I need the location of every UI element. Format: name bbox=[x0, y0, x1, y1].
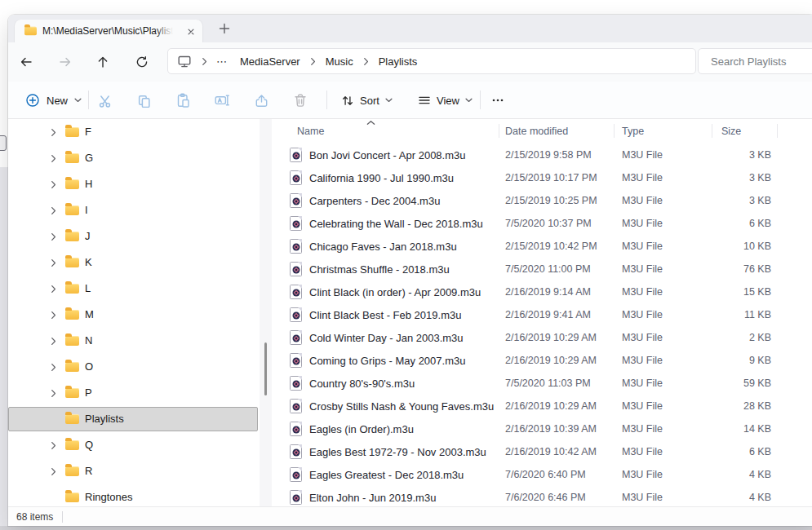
file-row[interactable]: Christmas Shuffle - 2018.m3u 7/5/2020 11… bbox=[272, 258, 812, 280]
file-row[interactable]: Celebrating the Wall - Dec 2018.m3u 7/5/… bbox=[272, 212, 812, 235]
chevron-right-icon[interactable] bbox=[51, 467, 56, 476]
sidebar-folder-item[interactable]: Q bbox=[8, 432, 260, 458]
m3u-file-icon bbox=[290, 376, 302, 391]
chevron-right-icon[interactable] bbox=[51, 258, 56, 267]
chevron-right-icon[interactable] bbox=[51, 232, 56, 241]
trash-icon bbox=[293, 93, 308, 108]
chevron-right-icon[interactable] bbox=[51, 441, 56, 450]
file-row[interactable]: Carpenters - Dec 2004.m3u 2/15/2019 10:2… bbox=[272, 189, 812, 212]
sidebar-folder-item[interactable]: L bbox=[8, 276, 260, 302]
address-bar[interactable]: ⋯ MediaServer Music Playlists bbox=[167, 48, 696, 74]
sidebar-folder-item[interactable]: F bbox=[8, 119, 260, 145]
file-date-modified: 2/16/2019 10:29 AM bbox=[499, 332, 614, 343]
tab-title: M:\MediaServer\Music\Playlists bbox=[42, 25, 176, 38]
column-header-row: Name Date modified Type Size bbox=[272, 119, 812, 143]
share-button[interactable] bbox=[253, 92, 269, 108]
file-size: 4 KB bbox=[712, 486, 777, 506]
sidebar-folder-item[interactable]: R bbox=[8, 458, 260, 484]
breadcrumb-item[interactable]: Music bbox=[319, 55, 360, 68]
search-input[interactable] bbox=[698, 48, 812, 74]
copy-button[interactable] bbox=[135, 92, 152, 108]
breadcrumb-overflow-button[interactable]: ⋯ bbox=[211, 55, 233, 68]
file-type: M3U File bbox=[614, 172, 712, 183]
toolbar-separator bbox=[326, 91, 327, 109]
sidebar-folder-item[interactable]: J bbox=[8, 223, 260, 250]
more-options-button[interactable] bbox=[490, 92, 506, 108]
explorer-tab[interactable]: M:\MediaServer\Music\Playlists bbox=[15, 20, 202, 42]
file-row[interactable]: Eagles Greatest - Dec 2018.m3u 7/6/2020 … bbox=[272, 463, 812, 486]
chevron-right-icon[interactable] bbox=[51, 285, 56, 294]
chevron-right-icon[interactable] bbox=[51, 389, 56, 398]
chevron-right-icon[interactable] bbox=[51, 206, 56, 215]
sidebar-folder-item[interactable]: Ringtones bbox=[8, 484, 260, 506]
file-size: 28 KB bbox=[712, 395, 777, 417]
chevron-right-icon[interactable] bbox=[51, 154, 56, 163]
breadcrumb-item[interactable]: Playlists bbox=[372, 55, 424, 68]
sidebar-folder-item[interactable]: G bbox=[8, 145, 260, 171]
file-row[interactable]: Elton John - Jun 2019.m3u 7/6/2020 6:46 … bbox=[272, 486, 812, 506]
cut-button[interactable] bbox=[96, 92, 113, 108]
refresh-button[interactable] bbox=[131, 51, 153, 73]
file-row[interactable]: Bon Jovi Concert - Apr 2008.m3u 2/15/201… bbox=[272, 144, 812, 166]
sidebar-folder-item[interactable]: P bbox=[8, 380, 260, 406]
folder-icon bbox=[65, 153, 79, 163]
view-button[interactable]: View bbox=[411, 88, 479, 113]
back-button[interactable] bbox=[15, 51, 38, 73]
sidebar-folder-item[interactable]: N bbox=[8, 328, 260, 354]
file-list: Bon Jovi Concert - Apr 2008.m3u 2/15/201… bbox=[272, 144, 812, 506]
new-tab-button[interactable] bbox=[219, 23, 230, 34]
file-size: 3 KB bbox=[712, 144, 777, 166]
column-header-modified[interactable]: Date modified bbox=[499, 119, 614, 143]
file-row[interactable]: Eagles (in Order).m3u 2/16/2019 10:39 AM… bbox=[272, 417, 812, 440]
tab-close-button[interactable] bbox=[184, 25, 197, 38]
sidebar-scrollbar-track[interactable] bbox=[260, 119, 272, 506]
delete-button[interactable] bbox=[292, 92, 308, 108]
column-header-size[interactable]: Size bbox=[712, 119, 777, 143]
file-row[interactable]: Clint Black Best - Feb 2019.m3u 2/16/201… bbox=[272, 303, 812, 326]
folder-icon bbox=[65, 205, 79, 215]
chevron-right-icon[interactable] bbox=[51, 363, 56, 372]
status-bar: 68 items bbox=[8, 506, 812, 526]
file-list-pane: Name Date modified Type Size Bon Jovi Co… bbox=[272, 119, 812, 506]
file-row[interactable]: Crosby Stills Nash & Young Faves.m3u 2/1… bbox=[272, 395, 812, 417]
chevron-right-icon bbox=[202, 57, 207, 66]
sidebar-folder-item[interactable]: M bbox=[8, 302, 260, 328]
chevron-right-icon[interactable] bbox=[51, 128, 56, 137]
m3u-file-icon bbox=[290, 239, 302, 254]
copy-icon bbox=[137, 94, 151, 108]
file-row[interactable]: Eagles Best 1972-79 - Nov 2003.m3u 2/16/… bbox=[272, 440, 812, 463]
file-row[interactable]: Chicago Faves - Jan 2018.m3u 2/15/2019 1… bbox=[272, 235, 812, 258]
file-row[interactable]: Country 80's-90's.m3u 7/5/2020 11:03 PM … bbox=[272, 372, 812, 395]
forward-button[interactable] bbox=[54, 51, 77, 73]
paste-button[interactable] bbox=[175, 92, 191, 108]
file-size: 14 KB bbox=[712, 417, 777, 440]
file-row[interactable]: Clint Black (in order) - Apr 2009.m3u 2/… bbox=[272, 280, 812, 303]
sidebar-folder-item[interactable]: K bbox=[8, 250, 260, 276]
file-row[interactable]: Cold Winter Day - Jan 2003.m3u 2/16/2019… bbox=[272, 326, 812, 349]
chevron-right-icon[interactable] bbox=[51, 311, 56, 320]
column-header-type[interactable]: Type bbox=[614, 119, 712, 143]
sidebar-folder-label: G bbox=[85, 152, 93, 164]
file-type: M3U File bbox=[614, 149, 712, 161]
item-count: 68 items bbox=[16, 511, 53, 523]
folder-icon bbox=[65, 440, 79, 450]
chevron-right-icon[interactable] bbox=[51, 180, 56, 189]
new-button[interactable]: New bbox=[18, 88, 89, 113]
breadcrumb-item[interactable]: MediaServer bbox=[233, 55, 307, 68]
file-type: M3U File bbox=[614, 241, 712, 252]
rename-button[interactable] bbox=[214, 92, 230, 108]
file-row[interactable]: Coming to Grips - May 2007.m3u 2/16/2019… bbox=[272, 349, 812, 372]
m3u-file-icon bbox=[290, 193, 302, 208]
sidebar-folder-item[interactable]: O bbox=[8, 354, 260, 380]
sidebar-folder-label: Q bbox=[85, 439, 93, 451]
up-button[interactable] bbox=[91, 51, 114, 73]
sidebar-folder-item[interactable]: I bbox=[8, 197, 260, 223]
sort-button[interactable]: Sort bbox=[335, 88, 399, 113]
file-row[interactable]: California 1990 - Jul 1990.m3u 2/15/2019… bbox=[272, 166, 812, 189]
sidebar-folder-item[interactable]: Playlists bbox=[8, 406, 260, 432]
file-date-modified: 2/16/2019 10:29 AM bbox=[499, 400, 614, 412]
chevron-right-icon[interactable] bbox=[51, 337, 56, 346]
sidebar-folder-item[interactable]: H bbox=[8, 171, 260, 197]
column-header-name[interactable]: Name bbox=[272, 119, 499, 143]
sidebar-scrollbar-thumb[interactable] bbox=[264, 342, 267, 395]
